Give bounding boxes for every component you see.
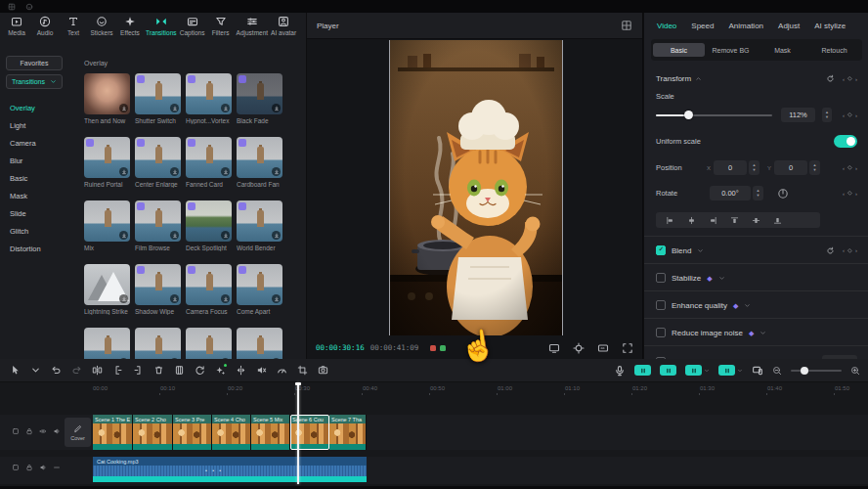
video-clip[interactable]: Scene 2 Cho [133, 415, 173, 450]
inspector-tab[interactable]: AI stylize [814, 22, 846, 30]
timeline-tool[interactable] [131, 363, 145, 378]
transition-item[interactable]: Then and Now [84, 73, 130, 124]
download-icon[interactable] [170, 294, 179, 303]
toolbar-tab[interactable]: AI avatar [271, 16, 296, 36]
align-center-vertical-icon[interactable] [752, 216, 760, 225]
position-x-value[interactable]: 0 [714, 160, 747, 175]
playhead[interactable] [297, 382, 299, 484]
inspector-tab[interactable]: Animation [728, 22, 763, 30]
inspector-subtab[interactable]: Remove BG [705, 43, 757, 57]
align-center-horizontal-icon[interactable] [687, 216, 696, 225]
timeline-tool[interactable] [213, 363, 227, 378]
collapse-icon[interactable] [695, 75, 702, 82]
rotate-stepper[interactable]: ▲▼ [753, 186, 763, 200]
timeline-tool[interactable] [28, 363, 42, 378]
sidebar-item[interactable]: Mask [0, 187, 68, 204]
scale-keyframe-control[interactable]: ‹› [843, 111, 857, 118]
timeline-tool[interactable] [275, 363, 288, 378]
keyframe-diamond-icon[interactable] [846, 190, 853, 197]
app-menu-icon[interactable] [8, 3, 16, 11]
timeline-toggle[interactable] [718, 365, 743, 376]
download-icon[interactable] [119, 231, 128, 240]
blend-checkbox[interactable] [656, 245, 666, 255]
timeline-tool[interactable] [152, 363, 165, 378]
display-mode-icon[interactable] [548, 342, 560, 354]
sidebar-item[interactable]: Basic [0, 169, 68, 187]
toolbar-tab[interactable]: Transitions [146, 16, 177, 36]
inspector-subtab[interactable]: Retouch [808, 43, 860, 57]
transition-item[interactable]: World Bender [237, 200, 282, 251]
category-select[interactable]: Transitions [6, 74, 63, 89]
align-right-icon[interactable] [709, 216, 717, 225]
inspector-tab[interactable]: Adjust [778, 22, 800, 30]
video-clip[interactable]: Scene 3 Pre [173, 415, 212, 450]
cover-button[interactable]: Cover [65, 418, 91, 447]
download-icon[interactable] [272, 104, 281, 112]
sidebar-item[interactable]: Overlay [0, 99, 68, 116]
chevron-down-icon[interactable] [697, 247, 704, 254]
transition-item[interactable] [135, 328, 181, 359]
sidebar-item[interactable]: Distortion [0, 240, 68, 257]
music-strip[interactable] [93, 476, 367, 482]
transition-item[interactable]: Deck Spotlight [186, 200, 232, 251]
download-icon[interactable] [119, 167, 128, 176]
keyframe-diamond-icon[interactable] [846, 164, 853, 171]
align-bottom-icon[interactable] [773, 216, 782, 225]
timeline-tool[interactable] [90, 363, 104, 378]
toggle-pill-icon[interactable] [634, 365, 651, 376]
toolbar-tab[interactable]: Adjustment [237, 16, 269, 36]
track-header-icon[interactable] [25, 464, 33, 471]
sidebar-item[interactable]: Slide [0, 204, 68, 222]
timeline-tool[interactable] [316, 363, 329, 378]
fullscreen-icon[interactable] [622, 342, 633, 354]
zoom-in-icon[interactable] [850, 366, 860, 376]
toggle-pill-icon[interactable] [685, 365, 702, 376]
sidebar-item[interactable]: Blur [0, 152, 68, 169]
transition-item[interactable]: Center Enlarge [135, 137, 181, 188]
track-header-icon[interactable] [25, 427, 33, 435]
timeline-tool[interactable] [254, 363, 268, 378]
toolbar-tab[interactable]: Text [61, 16, 86, 36]
transition-item[interactable]: Cardboard Fan [237, 137, 282, 188]
video-preview[interactable] [389, 40, 563, 335]
track-header-icon[interactable] [12, 464, 20, 471]
toolbar-tab[interactable]: Effects [117, 16, 143, 36]
keyframe-diamond-icon[interactable] [846, 247, 853, 254]
transition-item[interactable] [237, 328, 282, 359]
preview-device-icon[interactable] [752, 365, 763, 377]
download-icon[interactable] [272, 167, 281, 176]
toolbar-tab[interactable]: Filters [208, 16, 234, 36]
toggle-pill-icon[interactable] [718, 365, 735, 376]
inspector-tab[interactable]: Speed [691, 22, 714, 30]
transition-item[interactable]: Fanned Card [186, 137, 232, 188]
transition-item[interactable]: Mix [84, 200, 130, 251]
download-icon[interactable] [119, 294, 128, 303]
scale-slider-thumb[interactable] [684, 111, 693, 119]
position-keyframe-control[interactable]: ‹› [843, 164, 857, 171]
timeline-ruler[interactable]: 00:0000:1000:2000:3000:4000:5001:0001:10… [93, 382, 868, 396]
sidebar-item[interactable]: Camera [0, 134, 68, 152]
scale-stepper[interactable]: ▲▼ [822, 108, 832, 122]
transition-item[interactable]: Ruined Portal [84, 137, 130, 188]
track-header-icon[interactable] [39, 464, 47, 471]
download-icon[interactable] [272, 231, 281, 240]
rotate-value[interactable]: 0.00° [710, 186, 751, 200]
toolbar-tab[interactable]: Audio [32, 16, 58, 36]
chevron-down-icon[interactable] [704, 368, 710, 374]
transition-item[interactable]: Come Apart [237, 264, 282, 315]
chevron-down-icon[interactable] [760, 330, 766, 336]
position-x-stepper[interactable]: ▲▼ [749, 160, 760, 175]
favorites-chip[interactable]: Favorites [6, 56, 63, 70]
aspect-ratio-icon[interactable] [597, 342, 609, 354]
scale-value[interactable]: 112% [781, 108, 815, 122]
uniform-scale-toggle[interactable] [834, 135, 857, 148]
timeline-toggle[interactable] [660, 365, 676, 376]
audio-clip[interactable]: Cat Cooking.mp3 • • • [93, 457, 367, 476]
transition-item[interactable] [186, 328, 232, 359]
chevron-down-icon[interactable] [718, 275, 725, 282]
reset-transform-icon[interactable] [826, 74, 835, 83]
download-icon[interactable] [272, 294, 281, 303]
transition-item[interactable]: Camera Focus [186, 264, 232, 315]
green-marker-icon[interactable] [440, 345, 446, 351]
transition-item[interactable]: Shadow Wipe [135, 264, 181, 315]
